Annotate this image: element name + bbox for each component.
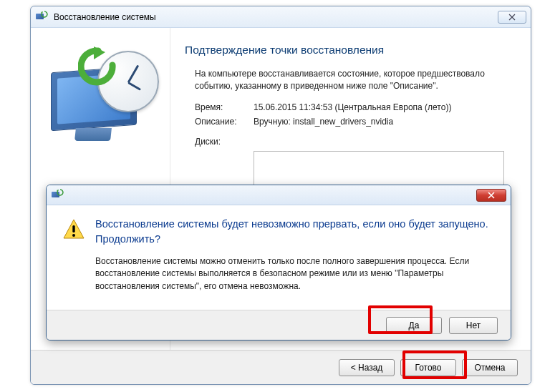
time-label: Время: bbox=[195, 102, 254, 112]
finish-button[interactable]: Готово bbox=[400, 359, 456, 376]
warning-icon bbox=[62, 218, 85, 241]
dialog-button-bar: Да Нет bbox=[47, 310, 511, 340]
dialog-body-text: Восстановление системы можно отменить то… bbox=[95, 255, 496, 293]
confirm-dialog: Восстановление системы будет невозможно … bbox=[46, 185, 511, 340]
page-title: Подтверждение точки восстановления bbox=[185, 44, 511, 57]
wizard-button-bar: < Назад Готово Отмена bbox=[31, 350, 531, 384]
disks-listbox[interactable] bbox=[254, 151, 504, 190]
dialog-heading: Восстановление системы будет невозможно … bbox=[95, 217, 496, 247]
svg-point-5 bbox=[72, 234, 75, 237]
restore-point-fields: Время: 15.06.2015 11:34:53 (Центральная … bbox=[185, 102, 511, 147]
dialog-close-button[interactable] bbox=[476, 189, 506, 202]
svg-rect-4 bbox=[72, 225, 74, 232]
yes-button[interactable]: Да bbox=[386, 317, 442, 334]
disks-label: Диски: bbox=[195, 137, 254, 147]
system-restore-graphic bbox=[45, 44, 163, 162]
time-value: 15.06.2015 11:34:53 (Центральная Европа … bbox=[254, 102, 451, 112]
cancel-button[interactable]: Отмена bbox=[462, 359, 518, 376]
description-label: Описание: bbox=[195, 117, 254, 127]
system-restore-icon bbox=[51, 189, 64, 202]
description-value: Вручную: install_new_drivers_nvidia bbox=[254, 117, 393, 127]
intro-text: На компьютере восстанавливается состояни… bbox=[185, 68, 511, 92]
window-close-button[interactable] bbox=[498, 11, 526, 24]
window-title: Восстановление системы bbox=[54, 12, 498, 22]
no-button[interactable]: Нет bbox=[449, 317, 498, 334]
titlebar[interactable]: Восстановление системы bbox=[31, 6, 531, 28]
back-button[interactable]: < Назад bbox=[339, 359, 395, 376]
dialog-titlebar[interactable] bbox=[47, 185, 511, 205]
system-restore-icon bbox=[35, 11, 48, 24]
